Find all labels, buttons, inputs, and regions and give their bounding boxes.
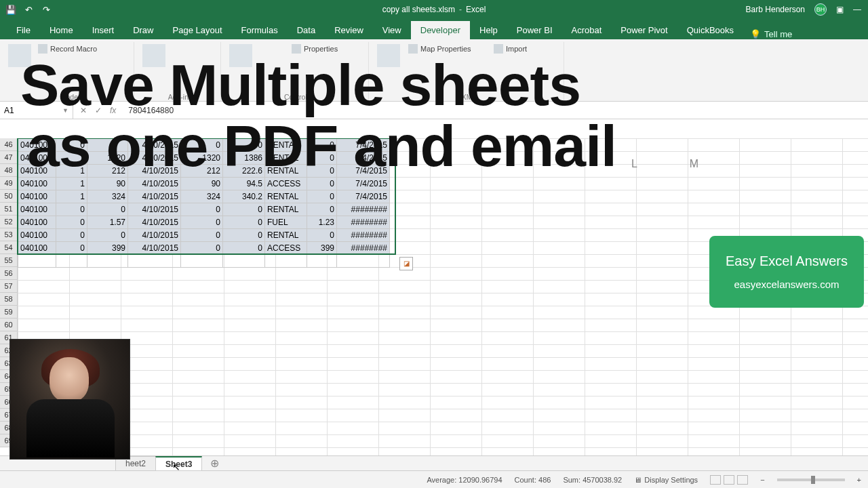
cell[interactable]: 0 bbox=[56, 242, 87, 255]
cell[interactable]: 4/10/2015 bbox=[128, 216, 181, 229]
row-header[interactable]: 46 bbox=[0, 138, 18, 151]
cell[interactable]: ######## bbox=[337, 242, 390, 255]
zoom-out-button[interactable]: − bbox=[760, 476, 764, 484]
cell[interactable]: 340.2 bbox=[223, 190, 265, 203]
cell[interactable]: 040100 bbox=[18, 242, 56, 255]
cell[interactable]: 0 bbox=[223, 229, 265, 242]
row-header[interactable]: 55 bbox=[0, 254, 18, 267]
cell[interactable]: 7/4/2015 bbox=[337, 178, 390, 190]
cell[interactable]: 1386 bbox=[223, 152, 265, 165]
tab-data[interactable]: Data bbox=[288, 21, 325, 39]
cell[interactable] bbox=[128, 255, 181, 268]
tab-insert[interactable]: Insert bbox=[83, 21, 124, 39]
row-header[interactable]: 54 bbox=[0, 241, 18, 254]
cell[interactable]: ######## bbox=[337, 229, 390, 242]
undo-icon[interactable]: ↶ bbox=[23, 4, 34, 15]
cell[interactable]: 0 bbox=[181, 203, 223, 216]
cancel-icon[interactable]: ✕ bbox=[80, 106, 87, 115]
import-button[interactable]: Import bbox=[506, 45, 527, 53]
tab-help[interactable]: Help bbox=[470, 21, 507, 39]
cell[interactable]: 4/10/2015 bbox=[128, 152, 181, 165]
cell[interactable]: RENTAL bbox=[265, 152, 307, 165]
cell[interactable]: 0 bbox=[223, 216, 265, 229]
cell[interactable]: 0 bbox=[56, 216, 87, 229]
cell[interactable]: 040100 bbox=[18, 178, 56, 190]
add-sheet-button[interactable]: ⊕ bbox=[207, 457, 222, 470]
properties-icon[interactable] bbox=[292, 44, 301, 54]
table-row[interactable]: 04010004/10/201500RENTAL07/4/2015 bbox=[18, 139, 390, 152]
insert-control-icon[interactable] bbox=[229, 44, 252, 67]
cell[interactable]: 0 bbox=[223, 242, 265, 255]
cell[interactable]: 0 bbox=[307, 152, 337, 165]
cell[interactable]: 040100 bbox=[18, 190, 56, 203]
cell[interactable]: 324 bbox=[181, 190, 223, 203]
tab-power-pivot[interactable]: Power Pivot bbox=[611, 21, 677, 39]
cell[interactable]: 94.5 bbox=[223, 178, 265, 190]
cell[interactable]: 90 bbox=[181, 178, 223, 190]
tab-view[interactable]: View bbox=[373, 21, 411, 39]
cell[interactable]: 040100 bbox=[18, 229, 56, 242]
table-row[interactable]: 04010013244/10/2015324340.2RENTAL07/4/20… bbox=[18, 190, 390, 203]
cell[interactable] bbox=[87, 255, 128, 268]
cell[interactable]: 0 bbox=[56, 139, 87, 152]
properties-button[interactable]: Properties bbox=[304, 45, 338, 53]
cell[interactable]: 4/10/2015 bbox=[128, 203, 181, 216]
cell[interactable]: 0 bbox=[307, 203, 337, 216]
import-icon[interactable] bbox=[494, 44, 503, 54]
redo-icon[interactable]: ↷ bbox=[41, 4, 52, 15]
record-macro-icon[interactable] bbox=[38, 44, 47, 54]
cell[interactable]: 040100 bbox=[18, 139, 56, 152]
cell[interactable]: 1 bbox=[56, 190, 87, 203]
user-avatar[interactable]: BH bbox=[814, 3, 827, 16]
cell[interactable]: 399 bbox=[87, 242, 128, 255]
table-row[interactable]: 040100004/10/201500RENTAL0######## bbox=[18, 229, 390, 242]
cell[interactable]: 1.23 bbox=[307, 216, 337, 229]
tab-draw[interactable]: Draw bbox=[123, 21, 163, 39]
table-row[interactable]: 04010003994/10/201500ACCESS399######## bbox=[18, 242, 390, 255]
display-settings-icon[interactable]: 🖥 bbox=[634, 476, 642, 484]
chevron-down-icon[interactable]: ▼ bbox=[62, 107, 68, 114]
cell[interactable]: ACCESS bbox=[265, 242, 307, 255]
row-header[interactable]: 52 bbox=[0, 216, 18, 228]
cell[interactable] bbox=[181, 255, 223, 268]
cell[interactable]: 0 bbox=[307, 178, 337, 190]
view-buttons[interactable] bbox=[710, 475, 748, 485]
row-header[interactable]: 53 bbox=[0, 228, 18, 241]
cell[interactable]: 040100 bbox=[18, 152, 56, 165]
cell[interactable]: 0 bbox=[87, 203, 128, 216]
cell[interactable] bbox=[337, 255, 390, 268]
name-box[interactable]: A1▼ bbox=[0, 102, 73, 119]
data-table[interactable]: 04010004/10/201500RENTAL07/4/20150401001… bbox=[18, 138, 390, 268]
cell[interactable]: 0 bbox=[307, 139, 337, 152]
cell[interactable]: 4/10/2015 bbox=[128, 242, 181, 255]
table-row[interactable]: 04010001.574/10/201500FUEL1.23######## bbox=[18, 216, 390, 229]
cell[interactable]: 1 bbox=[56, 165, 87, 178]
cell[interactable]: 399 bbox=[307, 242, 337, 255]
cell[interactable]: 0 bbox=[307, 229, 337, 242]
map-properties-button[interactable]: Map Properties bbox=[420, 45, 471, 53]
cell[interactable]: 0 bbox=[223, 139, 265, 152]
cell[interactable]: 7/4/2015 bbox=[337, 152, 390, 165]
cell[interactable]: ACCESS bbox=[265, 178, 307, 190]
enter-icon[interactable]: ✓ bbox=[95, 106, 102, 115]
ribbon-options-icon[interactable]: ▣ bbox=[836, 5, 844, 14]
row-header[interactable]: 50 bbox=[0, 190, 18, 203]
row-header[interactable]: 57 bbox=[0, 280, 18, 293]
tab-developer[interactable]: Developer bbox=[411, 21, 470, 39]
tell-me-search[interactable]: 💡Tell me bbox=[750, 29, 792, 39]
row-header[interactable]: 59 bbox=[0, 306, 18, 319]
cell[interactable] bbox=[265, 255, 307, 268]
cell[interactable]: ######## bbox=[337, 216, 390, 229]
cell[interactable]: RENTAL bbox=[265, 139, 307, 152]
tab-formulas[interactable]: Formulas bbox=[232, 21, 288, 39]
cell[interactable]: 0 bbox=[307, 165, 337, 178]
cell[interactable]: 0 bbox=[181, 139, 223, 152]
addins-icon[interactable] bbox=[142, 44, 165, 67]
cell[interactable] bbox=[307, 255, 337, 268]
save-icon[interactable]: 💾 bbox=[5, 4, 16, 15]
cell[interactable]: 4/10/2015 bbox=[128, 178, 181, 190]
cell[interactable]: 212 bbox=[181, 165, 223, 178]
cell[interactable]: 4/10/2015 bbox=[128, 229, 181, 242]
tab-page-layout[interactable]: Page Layout bbox=[163, 21, 232, 39]
cell[interactable]: ######## bbox=[337, 203, 390, 216]
